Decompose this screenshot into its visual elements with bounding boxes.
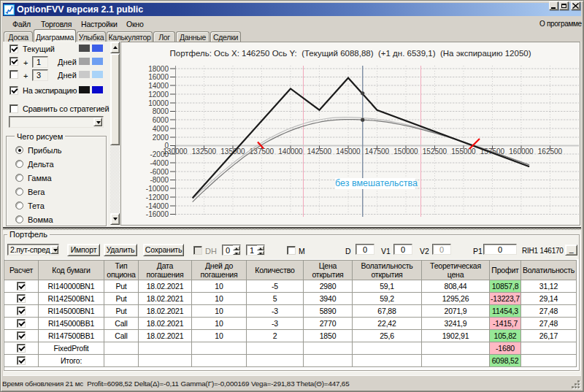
svg-text:160000: 160000	[509, 147, 534, 155]
svg-text:140000: 140000	[278, 147, 303, 155]
svg-text:130000: 130000	[163, 147, 188, 155]
svg-text:10000: 10000	[148, 99, 169, 107]
svg-text:-16000: -16000	[146, 210, 169, 218]
svg-text:150000: 150000	[393, 147, 418, 155]
svg-text:147500: 147500	[365, 147, 390, 155]
svg-text:142500: 142500	[307, 147, 332, 155]
svg-text:-12000: -12000	[146, 193, 169, 201]
svg-text:18000: 18000	[148, 65, 169, 73]
svg-text:16000: 16000	[148, 73, 169, 81]
svg-text:-10000: -10000	[146, 185, 169, 193]
svg-text:-4000: -4000	[150, 159, 169, 167]
svg-text:155000: 155000	[451, 147, 476, 155]
svg-text:12000: 12000	[148, 91, 169, 99]
svg-text:-8000: -8000	[150, 176, 169, 184]
svg-text:145000: 145000	[336, 147, 361, 155]
svg-text:8000: 8000	[153, 107, 169, 115]
svg-text:132500: 132500	[192, 147, 217, 155]
svg-text:-14000: -14000	[146, 202, 169, 210]
svg-text:162500: 162500	[538, 147, 563, 155]
svg-text:14000: 14000	[148, 82, 169, 90]
svg-text:2000: 2000	[153, 134, 169, 142]
svg-text:4000: 4000	[153, 125, 169, 133]
svg-text:-6000: -6000	[150, 168, 169, 176]
svg-text:152500: 152500	[423, 147, 447, 155]
svg-text:6000: 6000	[153, 116, 169, 124]
